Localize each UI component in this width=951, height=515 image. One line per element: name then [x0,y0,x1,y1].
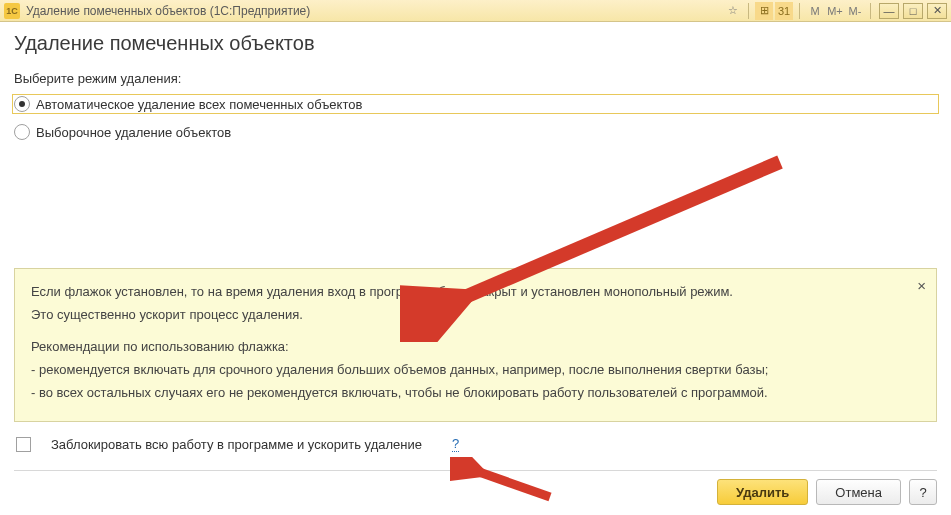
info-box: × Если флажок установлен, то на время уд… [14,268,937,422]
calendar-icon[interactable]: 31 [775,2,793,20]
radio-icon [14,124,30,140]
memory-mplus-icon[interactable]: M+ [826,2,844,20]
block-work-checkbox[interactable] [16,437,31,452]
radio-auto-delete[interactable]: Автоматическое удаление всех помеченных … [14,96,937,112]
help-button[interactable]: ? [909,479,937,505]
maximize-button[interactable]: □ [903,3,923,19]
titlebar: 1C Удаление помеченных объектов (1С:Пред… [0,0,951,22]
page-title: Удаление помеченных объектов [14,32,937,55]
delete-button[interactable]: Удалить [717,479,808,505]
info-rec1: - рекомендуется включать для срочного уд… [31,361,920,380]
mode-label: Выберите режим удаления: [14,71,937,86]
radio-auto-label: Автоматическое удаление всех помеченных … [36,97,362,112]
radio-icon [14,96,30,112]
radio-selective-delete[interactable]: Выборочное удаление объектов [14,124,937,140]
radio-selective-label: Выборочное удаление объектов [36,125,231,140]
calculator-icon[interactable]: ⊞ [755,2,773,20]
footer: Удалить Отмена ? [14,470,937,505]
titlebar-tools: ☆ ⊞ 31 M M+ M- — □ ✕ [724,2,947,20]
info-recs-title: Рекомендации по использованию флажка: [31,338,920,357]
memory-m-icon[interactable]: M [806,2,824,20]
info-close-button[interactable]: × [917,277,926,294]
app-icon: 1C [4,3,20,19]
memory-mminus-icon[interactable]: M- [846,2,864,20]
star-icon[interactable]: ☆ [724,2,742,20]
info-line2: Это существенно ускорит процесс удаления… [31,306,920,325]
cancel-button[interactable]: Отмена [816,479,901,505]
close-button[interactable]: ✕ [927,3,947,19]
checkbox-row: Заблокировать всю работу в программе и у… [14,436,937,452]
block-work-label: Заблокировать всю работу в программе и у… [51,437,422,452]
minimize-button[interactable]: — [879,3,899,19]
info-line1: Если флажок установлен, то на время удал… [31,283,920,302]
content-area: Удаление помеченных объектов Выберите ре… [0,22,951,515]
checkbox-help-link[interactable]: ? [452,436,459,452]
info-rec2: - во всех остальных случаях его не реком… [31,384,920,403]
window-title: Удаление помеченных объектов (1С:Предпри… [26,4,310,18]
